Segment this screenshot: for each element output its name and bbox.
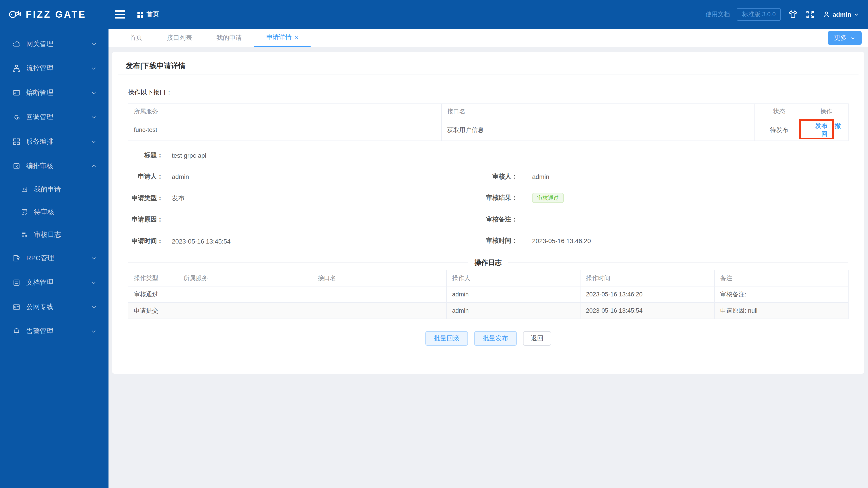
- service-cell: func-test: [128, 119, 441, 141]
- sidebar-item-label: 告警管理: [26, 327, 53, 335]
- chevron-down-icon: [91, 114, 97, 120]
- chevron-down-icon: [91, 41, 97, 47]
- leased-line-icon: [12, 302, 21, 311]
- logo-text: FIZZ GATE: [26, 9, 86, 20]
- tab-bar: 首页 接口列表 我的申请 申请详情 × 更多: [108, 29, 868, 47]
- sidebar-item-label: 流控管理: [26, 64, 53, 72]
- footer-actions: 批量回滚 批量发布 返回: [112, 331, 864, 346]
- sidebar-item-circuit-breaker[interactable]: 熔断管理: [0, 80, 108, 105]
- sidebar-item-label: 文档管理: [26, 278, 53, 287]
- field-label: 标题：: [112, 151, 163, 160]
- sidebar-item-my-requests[interactable]: 我的申请: [0, 178, 108, 201]
- brand-logo: FIZZ GATE: [0, 8, 108, 20]
- theme-tshirt-icon[interactable]: [788, 9, 798, 20]
- field-applicant: 申请人： admin: [112, 166, 447, 188]
- doc-edit-icon: [20, 185, 29, 193]
- sidebar-item-label: RPC管理: [26, 254, 54, 262]
- title-divider: [118, 74, 859, 75]
- sidebar-item-alerts[interactable]: 告警管理: [0, 319, 108, 344]
- log-section-title: 操作日志: [468, 258, 508, 267]
- api-name-cell: [312, 286, 446, 302]
- col-op-type: 操作类型: [128, 270, 178, 286]
- user-menu[interactable]: admin: [822, 10, 859, 19]
- sidebar-item-docs[interactable]: 文档管理: [0, 270, 108, 295]
- annotation-highlight-box: [799, 119, 834, 139]
- op-type-cell: 申请提交: [128, 302, 178, 319]
- sitemap-icon: [12, 64, 21, 72]
- chevron-down-icon: [854, 12, 859, 17]
- header-actions: 使用文档 标准版 3.0.0: [706, 8, 868, 21]
- col-service: 所属服务: [178, 270, 312, 286]
- sidebar-item-audit-log[interactable]: 审核日志: [0, 223, 108, 246]
- more-button-label: 更多: [834, 34, 847, 42]
- chevron-down-icon: [850, 35, 855, 40]
- sidebar-nav: 网关管理 流控管理 熔断: [0, 29, 108, 488]
- sidebar-item-leased-line[interactable]: 公网专线: [0, 295, 108, 319]
- document-icon: [12, 278, 21, 287]
- sidebar-collapse-button[interactable]: [115, 10, 125, 19]
- tab-request-detail[interactable]: 申请详情 ×: [254, 29, 311, 47]
- more-button[interactable]: 更多: [828, 31, 862, 45]
- operator-cell: admin: [446, 286, 580, 302]
- callback-cloud-icon: [12, 113, 21, 121]
- chevron-down-icon: [91, 90, 97, 96]
- request-fields: 标题： test grpc api 申请人： admin 申请类型： 发布 申请…: [112, 144, 447, 252]
- close-icon[interactable]: ×: [295, 34, 298, 40]
- interfaces-intro-label: 操作以下接口：: [128, 89, 172, 97]
- chevron-down-icon: [91, 280, 97, 285]
- username-label: admin: [833, 11, 851, 18]
- col-action: 操作: [804, 104, 848, 119]
- top-header: FIZZ GATE 首页 使用文档 标准版 3.0.0: [0, 0, 868, 29]
- sidebar-item-callback[interactable]: 回调管理: [0, 105, 108, 129]
- sidebar-item-pending-review[interactable]: 待审核: [0, 201, 108, 223]
- field-value: test grpc api: [172, 152, 206, 159]
- sidebar-item-service-orchestration[interactable]: 服务编排: [0, 129, 108, 154]
- col-api-name: 接口名: [312, 270, 446, 286]
- op-time-cell: 2023-05-16 13:45:54: [580, 302, 715, 319]
- field-label: 申请类型：: [112, 194, 163, 202]
- chevron-down-icon: [91, 304, 97, 310]
- sidebar-item-label: 网关管理: [26, 39, 53, 48]
- tab-my-requests[interactable]: 我的申请: [204, 29, 254, 47]
- cloud-icon: [12, 39, 21, 48]
- divider-line: [508, 262, 848, 263]
- batch-publish-button[interactable]: 批量发布: [474, 331, 517, 346]
- fish-logo-icon: [8, 8, 22, 20]
- orchestration-audit-submenu: 我的申请 待审核 审核日志: [0, 178, 108, 246]
- tab-label: 我的申请: [217, 34, 242, 42]
- remark-cell: 审核备注:: [715, 286, 848, 302]
- sidebar-item-rpc[interactable]: RPC管理: [0, 246, 108, 270]
- sidebar-item-orchestration-audit[interactable]: 编排审核: [0, 154, 108, 178]
- field-value: 发布: [172, 194, 184, 202]
- sidebar-item-flow-control[interactable]: 流控管理: [0, 56, 108, 80]
- field-review-result: 审核结果： 审核通过: [452, 187, 796, 209]
- chevron-down-icon: [91, 255, 97, 261]
- home-shortcut[interactable]: 首页: [137, 10, 159, 19]
- grid-icon: [12, 137, 21, 146]
- field-label: 申请人：: [112, 173, 163, 181]
- grid-small-icon: [137, 11, 143, 18]
- field-value: 2023-05-16 13:46:20: [532, 237, 591, 245]
- service-cell: [178, 286, 312, 302]
- back-button[interactable]: 返回: [523, 331, 551, 346]
- divider-line: [128, 262, 468, 263]
- sidebar-item-label: 服务编排: [26, 137, 53, 146]
- field-request-reason: 申请原因：: [112, 209, 447, 230]
- docs-link[interactable]: 使用文档: [706, 10, 730, 19]
- audit-clipboard-icon: [12, 162, 21, 170]
- sidebar-item-label: 待审核: [34, 207, 54, 216]
- table-row: 审核通过 admin 2023-05-16 13:46:20 审核备注:: [128, 286, 848, 302]
- table-header-row: 操作类型 所属服务 接口名 操作人 操作时间 备注: [128, 270, 848, 286]
- tab-api-list[interactable]: 接口列表: [155, 29, 204, 47]
- sidebar-item-gateway[interactable]: 网关管理: [0, 32, 108, 56]
- col-service: 所属服务: [128, 104, 441, 119]
- tab-label: 申请详情: [266, 33, 291, 41]
- sidebar-item-label: 我的申请: [34, 185, 61, 194]
- fullscreen-icon[interactable]: [805, 9, 815, 20]
- log-section-divider: 操作日志: [128, 256, 848, 269]
- operator-cell: admin: [446, 302, 580, 319]
- tab-home[interactable]: 首页: [118, 29, 155, 47]
- request-detail-card: 发布|下线申请详情 操作以下接口： 所属服务 接口名 状态 操作 func-te…: [112, 52, 864, 374]
- chevron-down-icon: [91, 328, 97, 334]
- batch-rollback-button[interactable]: 批量回滚: [426, 331, 468, 346]
